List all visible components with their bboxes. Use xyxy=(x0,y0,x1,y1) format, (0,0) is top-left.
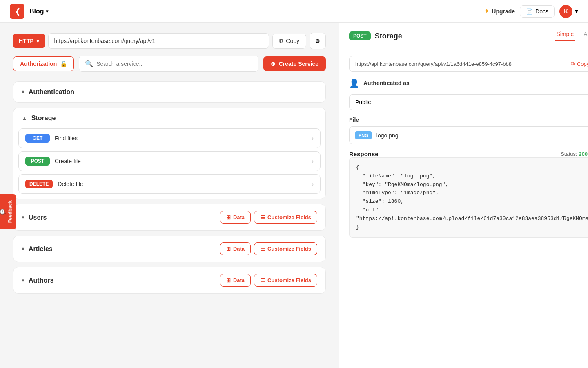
user-avatar-button[interactable]: K ▾ xyxy=(559,5,578,18)
copy-url-label: Copy xyxy=(286,38,299,44)
authors-header-left: ▾ Authors xyxy=(22,277,53,284)
authenticated-as-label: Authenticated as xyxy=(363,80,410,86)
gear-icon: ⚙ xyxy=(315,38,320,44)
storage-api-list: GET Find files › POST Create file › DELE… xyxy=(13,128,325,199)
articles-section-header[interactable]: ▾ Articles ⊞ Data ☰ Customize Fields xyxy=(13,236,325,262)
api-row-delete-file[interactable]: DELETE Delete file › xyxy=(18,174,321,194)
articles-data-label: Data xyxy=(233,246,245,252)
avatar: K xyxy=(559,5,572,18)
tab-simple[interactable]: Simple xyxy=(555,31,575,41)
authentication-chevron-icon: ▾ xyxy=(22,89,24,95)
list-icon: ☰ xyxy=(260,246,265,252)
file-row-left: PNG logo.png xyxy=(355,131,399,139)
right-url-text: https://api.kontenbase.com/query/api/v1/… xyxy=(350,57,561,71)
file-row: PNG logo.png 🗑 xyxy=(349,126,588,144)
post-method-badge: POST xyxy=(349,31,371,40)
copy-url-button[interactable]: ⧉ Copy xyxy=(272,34,306,49)
url-bar: HTTP ▾ ⧉ Copy ⚙ xyxy=(13,33,326,49)
articles-data-button[interactable]: ⊞ Data xyxy=(220,242,251,255)
logo-icon: ❬ xyxy=(10,4,24,19)
png-badge: PNG xyxy=(355,131,372,139)
users-header-left: ▾ Users xyxy=(22,214,47,221)
authentication-section: ▾ Authentication xyxy=(13,81,326,103)
create-file-chevron-icon: › xyxy=(312,158,314,164)
lock-icon: 🔒 xyxy=(60,61,67,67)
authentication-header-left: ▾ Authentication xyxy=(22,88,74,96)
storage-section-header[interactable]: ▲ Storage xyxy=(13,108,325,128)
auth-label: Authorization xyxy=(20,61,57,67)
users-section-header[interactable]: ▾ Users ⊞ Data ☰ Customize Fields xyxy=(13,204,325,230)
articles-header-left: ▾ Articles xyxy=(22,245,53,253)
create-service-label: Create Service xyxy=(279,61,318,67)
storage-header-left: ▲ Storage xyxy=(22,114,56,122)
grid-icon: ⊞ xyxy=(226,277,231,283)
docs-button[interactable]: 📄 Docs xyxy=(520,5,555,18)
api-row-find-files[interactable]: GET Find files › xyxy=(18,128,321,148)
plus-icon: ⊕ xyxy=(271,61,276,67)
search-icon: 🔍 xyxy=(85,60,93,67)
url-input[interactable] xyxy=(48,33,270,49)
user-chevron-icon: ▾ xyxy=(575,7,578,15)
authentication-title: Authentication xyxy=(29,88,74,96)
users-section: ▾ Users ⊞ Data ☰ Customize Fields xyxy=(13,204,326,231)
authors-data-label: Data xyxy=(233,277,245,283)
right-panel-header: POST Storage Simple Advanced ✕ xyxy=(339,23,588,49)
search-service-input[interactable] xyxy=(96,61,252,67)
main-layout: HTTP ▾ ⧉ Copy ⚙ Authorization 🔒 🔍 xyxy=(0,23,588,368)
feedback-icon: 💬 xyxy=(0,209,6,215)
api-row-create-file[interactable]: POST Create file › xyxy=(18,151,321,171)
grid-icon: ⊞ xyxy=(226,214,231,220)
right-panel-title: Storage xyxy=(375,32,402,40)
users-data-button[interactable]: ⊞ Data xyxy=(220,211,251,224)
authors-section: ▾ Authors ⊞ Data ☰ Customize Fields xyxy=(13,267,326,294)
articles-title: Articles xyxy=(29,245,53,253)
grid-icon: ⊞ xyxy=(226,246,231,252)
response-body: { "fileName": "logo.png", "key": "RgeKMO… xyxy=(349,157,588,238)
authorization-button[interactable]: Authorization 🔒 xyxy=(13,56,74,71)
post-badge: POST xyxy=(25,157,50,166)
method-chevron-icon: ▾ xyxy=(36,38,39,44)
docs-label: Docs xyxy=(535,8,548,15)
right-url-row: https://api.kontenbase.com/query/api/v1/… xyxy=(349,56,588,72)
users-actions: ⊞ Data ☰ Customize Fields xyxy=(220,211,317,224)
right-header-left: POST Storage xyxy=(349,31,402,40)
authentication-section-header[interactable]: ▾ Authentication xyxy=(13,82,325,102)
http-method-label: HTTP xyxy=(19,38,34,44)
upgrade-button[interactable]: ✦ Upgrade xyxy=(484,7,515,15)
authors-data-button[interactable]: ⊞ Data xyxy=(220,274,251,287)
users-title: Users xyxy=(29,214,47,221)
right-copy-button[interactable]: ⧉ Copy xyxy=(565,56,588,71)
topnav-left: ❬ Blog ▾ xyxy=(10,4,48,19)
blog-dropdown[interactable]: Blog ▾ xyxy=(29,8,48,15)
right-header-right: Simple Advanced ✕ xyxy=(548,29,588,43)
articles-actions: ⊞ Data ☰ Customize Fields xyxy=(220,242,317,255)
chevron-down-icon: ▾ xyxy=(46,9,48,14)
http-method-button[interactable]: HTTP ▾ xyxy=(13,34,45,48)
authors-section-header[interactable]: ▾ Authors ⊞ Data ☰ Customize Fields xyxy=(13,267,325,293)
users-customize-label: Customize Fields xyxy=(267,214,311,220)
delete-file-chevron-icon: › xyxy=(312,181,314,187)
find-files-chevron-icon: › xyxy=(312,135,314,141)
right-tabs: Simple Advanced xyxy=(548,31,588,41)
create-service-button[interactable]: ⊕ Create Service xyxy=(263,56,326,71)
storage-chevron-icon: ▲ xyxy=(22,115,27,121)
tab-advanced[interactable]: Advanced xyxy=(582,31,588,41)
left-panel: HTTP ▾ ⧉ Copy ⚙ Authorization 🔒 🔍 xyxy=(0,23,339,368)
users-customize-button[interactable]: ☰ Customize Fields xyxy=(254,211,317,224)
auth-select[interactable]: Public xyxy=(349,94,588,110)
authors-customize-button[interactable]: ☰ Customize Fields xyxy=(254,274,317,287)
blog-label: Blog xyxy=(29,8,44,15)
status-label: Status: xyxy=(561,151,577,157)
authors-customize-label: Customize Fields xyxy=(267,277,311,283)
delete-badge: DELETE xyxy=(25,180,53,188)
feedback-tab[interactable]: 💬 Feedback xyxy=(0,194,16,229)
response-section: Response Status: 200 Time: 1463 ms { "fi… xyxy=(349,150,588,238)
response-label: Response xyxy=(349,150,379,157)
copy-icon: ⧉ xyxy=(279,38,283,45)
articles-customize-button[interactable]: ☰ Customize Fields xyxy=(254,242,317,255)
right-body: https://api.kontenbase.com/query/api/v1/… xyxy=(339,49,588,368)
list-icon: ☰ xyxy=(260,277,265,283)
upgrade-label: Upgrade xyxy=(492,8,515,15)
settings-button[interactable]: ⚙ xyxy=(310,33,326,49)
topnav: ❬ Blog ▾ ✦ Upgrade 📄 Docs K ▾ xyxy=(0,0,588,23)
